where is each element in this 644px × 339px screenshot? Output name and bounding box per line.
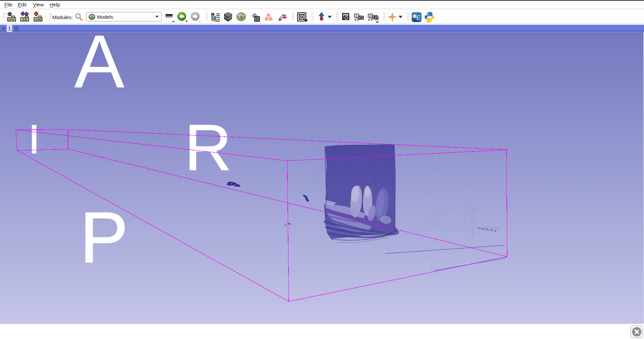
svg-text:SAVE: SAVE [35, 18, 42, 21]
svg-text:DATA: DATA [8, 18, 15, 21]
svg-text:DCM: DCM [22, 18, 28, 21]
svg-text:E: E [416, 14, 421, 21]
